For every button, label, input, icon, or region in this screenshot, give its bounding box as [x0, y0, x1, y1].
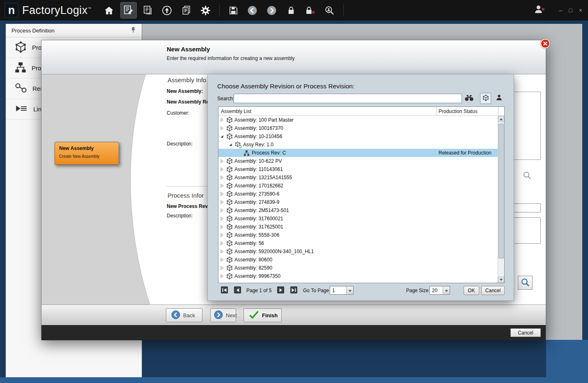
scrollbar-thumb[interactable]: [498, 124, 504, 258]
expand-icon[interactable]: [220, 258, 226, 262]
cancel-button[interactable]: Cancel: [510, 328, 541, 337]
tree-row[interactable]: Assembly: 10-210456: [218, 132, 498, 141]
save-icon[interactable]: [225, 2, 241, 18]
tree-row[interactable]: Assy Rev: 1.0: [218, 141, 498, 149]
expand-icon[interactable]: [220, 192, 226, 196]
page-indicator: Page 1 of 5: [246, 288, 271, 293]
tree-row[interactable]: Assembly: 170162662: [218, 182, 498, 190]
expand-icon[interactable]: [220, 208, 226, 212]
chevron-down-icon[interactable]: [443, 286, 450, 294]
scroll-down-icon[interactable]: [498, 277, 504, 283]
tree-row[interactable]: Assembly: 5558-306: [218, 231, 498, 239]
navigator-icon[interactable]: [159, 2, 175, 18]
unlock-icon[interactable]: [303, 2, 318, 18]
tree-row[interactable]: Assembly: 110143061: [218, 165, 498, 173]
expand-icon[interactable]: [220, 241, 226, 245]
close-button[interactable]: ×: [579, 7, 582, 13]
tree-row[interactable]: Assembly: 100 Part Master: [218, 116, 498, 124]
tree-row[interactable]: Assembly: 5920000N-340_100_HL1: [218, 247, 498, 256]
column-divider: [436, 107, 436, 116]
back-button[interactable]: Back: [166, 308, 202, 322]
home-icon[interactable]: [101, 2, 117, 18]
expand-icon[interactable]: [220, 225, 226, 229]
tree-row[interactable]: Process Rev: CReleased for Production: [218, 149, 498, 157]
customer-view-icon[interactable]: [496, 94, 503, 103]
assembly-icon: [226, 158, 234, 164]
binoculars-icon[interactable]: [464, 95, 474, 103]
chooser-cancel-button[interactable]: Cancel: [481, 286, 505, 295]
description-label: Description:: [167, 141, 193, 147]
previous-page-button[interactable]: [234, 286, 241, 293]
tree-row[interactable]: Assembly: 100167370: [218, 124, 498, 132]
tree-row-label: Assembly: 5920000N-340_100_HL1: [234, 249, 314, 254]
tree-row[interactable]: Assembly: 273590-6: [218, 190, 498, 198]
lookup-button[interactable]: [518, 276, 533, 290]
expand-icon[interactable]: [220, 159, 226, 163]
chevron-down-icon[interactable]: [346, 286, 353, 294]
wizard-title: New Assembly: [167, 46, 210, 53]
tree-row[interactable]: Assembly: 317625001: [218, 223, 498, 231]
tree-row[interactable]: Assembly: 2M51473-501: [218, 206, 498, 215]
expand-icon[interactable]: [220, 217, 226, 221]
assembly-view-button[interactable]: [480, 93, 491, 104]
reroute-icon: [15, 83, 27, 95]
ok-button[interactable]: OK: [464, 286, 479, 295]
lock-icon[interactable]: [283, 2, 299, 18]
tree-row-label: Assembly: 10-210456: [234, 134, 282, 139]
window-controls: – □ ×: [533, 0, 582, 21]
tree-row[interactable]: Assembly: 10-622 PV: [218, 157, 498, 165]
collapse-icon[interactable]: [220, 134, 226, 138]
first-page-button[interactable]: [221, 286, 228, 293]
expand-icon[interactable]: [220, 126, 226, 130]
expand-icon[interactable]: [220, 200, 226, 204]
minimize-button[interactable]: –: [559, 7, 563, 13]
expand-icon[interactable]: [220, 266, 226, 270]
tree-row[interactable]: Assembly: 80600: [218, 256, 498, 264]
maximize-button[interactable]: □: [569, 7, 572, 13]
wizard-footer: Back Next Finish: [41, 305, 546, 325]
goto-page-select[interactable]: 1: [330, 286, 354, 295]
vertical-scrollbar[interactable]: [498, 116, 504, 283]
next-page-button[interactable]: [277, 286, 284, 293]
forward-circle-icon[interactable]: [264, 2, 280, 18]
expand-icon[interactable]: [220, 118, 226, 122]
tree-row[interactable]: Assembly: 317600021: [218, 215, 498, 223]
assembly-icon: [235, 141, 242, 148]
expand-icon[interactable]: [220, 167, 226, 171]
audit-search-icon[interactable]: [322, 2, 338, 18]
magnifier-icon[interactable]: [523, 171, 531, 181]
pin-icon[interactable]: [131, 27, 136, 34]
collapse-icon[interactable]: [229, 143, 235, 147]
reports-icon[interactable]: [179, 2, 194, 18]
assembly-icon: [226, 166, 234, 173]
page-size-select[interactable]: 20: [430, 286, 450, 295]
search-input[interactable]: [234, 94, 462, 103]
app-brand: FactoryLogix™: [22, 4, 92, 17]
process-editor-icon[interactable]: [121, 2, 136, 18]
finish-button[interactable]: Finish: [243, 308, 282, 322]
tree-row[interactable]: Assembly: 56: [218, 239, 498, 247]
tree-row[interactable]: Assembly: 13215A141555: [218, 173, 498, 182]
settings-gear-icon[interactable]: [198, 2, 214, 18]
assembly-icon: [226, 224, 234, 230]
next-button[interactable]: Next: [210, 308, 236, 322]
logout-user-icon[interactable]: [533, 4, 545, 16]
last-page-button[interactable]: [290, 286, 297, 293]
expand-icon[interactable]: [220, 184, 226, 188]
new-assembly-callout[interactable]: New Assembly Create New Assembly: [55, 142, 119, 165]
expand-icon[interactable]: [220, 233, 226, 237]
tree-row[interactable]: Assembly: 274839-9: [218, 198, 498, 206]
production-documents-icon[interactable]: [140, 2, 156, 18]
back-circle-icon[interactable]: [245, 2, 260, 18]
assembly-icon: [226, 191, 234, 197]
close-dialog-icon[interactable]: [540, 38, 551, 51]
tree-row[interactable]: Assembly: 99967350: [218, 272, 498, 280]
scroll-up-icon[interactable]: [498, 116, 504, 122]
goto-page-label: Go To Page: [303, 288, 329, 293]
expand-icon[interactable]: [220, 175, 226, 180]
production-status: Released for Production: [439, 150, 492, 156]
expand-icon[interactable]: [220, 274, 226, 278]
expand-icon[interactable]: [220, 249, 226, 254]
column-assembly-list: Assembly List: [221, 108, 251, 114]
tree-row[interactable]: Assembly: 82590: [218, 264, 498, 272]
